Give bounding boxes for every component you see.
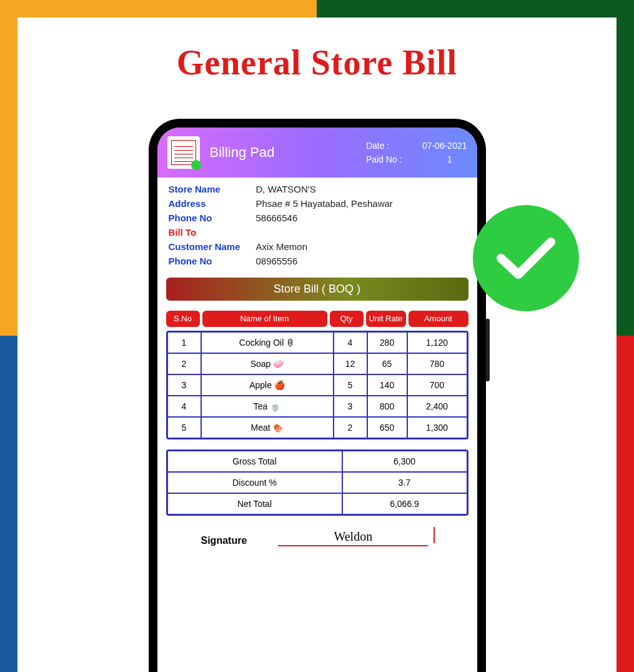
- col-rate: Unit Rate: [366, 311, 406, 327]
- cell-rate: 800: [367, 396, 407, 417]
- discount-value: 3.7: [342, 472, 467, 493]
- store-phone-label: Phone No: [169, 213, 256, 223]
- cell-rate: 65: [367, 353, 407, 374]
- signature-label: Signature: [201, 535, 247, 546]
- cell-amount: 2,400: [407, 396, 467, 417]
- cell-qty: 5: [334, 374, 367, 396]
- cell-amount: 700: [407, 374, 467, 396]
- app-logo-icon: [167, 136, 200, 169]
- app-title: Billing Pad: [210, 144, 366, 161]
- phone-screen: Billing Pad Date : 07-06-2021 Paid No : …: [157, 128, 477, 672]
- signature-input[interactable]: [278, 529, 428, 546]
- customer-name-label: Customer Name: [169, 241, 256, 252]
- text-cursor-icon: [433, 527, 435, 543]
- cell-name: Cocking Oil 🛢: [201, 332, 334, 353]
- cell-name: Meat 🍖: [201, 417, 334, 438]
- cell-amount: 1,300: [407, 417, 467, 438]
- store-info: Store Name D, WATSON'S Address Phsae # 5…: [157, 178, 477, 274]
- bill-to-label: Bill To: [169, 227, 466, 238]
- app-header: Billing Pad Date : 07-06-2021 Paid No : …: [157, 128, 477, 178]
- table-row[interactable]: 3Apple 🍎5140700: [167, 374, 467, 396]
- cell-sno: 2: [167, 353, 201, 374]
- store-name-value: D, WATSON'S: [256, 184, 466, 194]
- col-name: Name of Item: [202, 311, 327, 327]
- customer-phone-value: 08965556: [256, 256, 466, 266]
- store-address-value: Phsae # 5 Hayatabad, Peshawar: [256, 198, 466, 209]
- table-header-row: S.No Name of Item Qty Unit Rate Amount: [166, 311, 468, 327]
- customer-phone-label: Phone No: [169, 256, 256, 266]
- cell-sno: 3: [167, 374, 201, 396]
- store-name-label: Store Name: [169, 184, 256, 194]
- cell-qty: 12: [334, 353, 367, 374]
- items-table: S.No Name of Item Qty Unit Rate Amount 1…: [157, 304, 477, 443]
- phone-frame: Billing Pad Date : 07-06-2021 Paid No : …: [149, 119, 486, 672]
- cell-qty: 4: [334, 332, 367, 353]
- cell-qty: 2: [334, 417, 367, 438]
- cell-sno: 5: [167, 417, 201, 438]
- date-label: Date :: [366, 139, 410, 153]
- cell-qty: 3: [334, 396, 367, 417]
- signature-row: Signature: [157, 516, 477, 546]
- cell-name: Apple 🍎: [201, 374, 334, 396]
- gross-total-label: Gross Total: [167, 451, 342, 472]
- cell-amount: 1,120: [407, 332, 467, 353]
- col-qty: Qty: [330, 311, 364, 327]
- date-value: 07-06-2021: [422, 139, 467, 153]
- section-banner: Store Bill ( BOQ ): [166, 278, 468, 301]
- customer-name-value: Axix Memon: [256, 241, 466, 252]
- cell-rate: 650: [367, 417, 407, 438]
- discount-label: Discount %: [167, 472, 342, 493]
- header-meta: Date : 07-06-2021 Paid No : 1: [366, 139, 467, 167]
- table-body: 1Cocking Oil 🛢42801,1202Soap 🧼12657803Ap…: [166, 331, 468, 439]
- totals-table: Gross Total 6,300 Discount % 3.7 Net Tot…: [166, 449, 468, 516]
- table-row[interactable]: 4Tea 🍵38002,400: [167, 396, 467, 417]
- table-row[interactable]: 2Soap 🧼1265780: [167, 353, 467, 374]
- store-address-label: Address: [169, 198, 256, 209]
- cell-name: Soap 🧼: [201, 353, 334, 374]
- content-card: General Store Bill Billing Pad Date : 07…: [17, 18, 617, 672]
- store-phone-value: 58666546: [256, 213, 466, 223]
- page-title: General Store Bill: [17, 18, 617, 83]
- table-row[interactable]: 5Meat 🍖26501,300: [167, 417, 467, 438]
- cell-sno: 1: [167, 332, 201, 353]
- cell-rate: 280: [367, 332, 407, 353]
- net-total-label: Net Total: [167, 493, 342, 514]
- table-row[interactable]: 1Cocking Oil 🛢42801,120: [167, 332, 467, 353]
- net-total-value: 6,066.9: [342, 493, 467, 514]
- col-sno: S.No: [166, 311, 200, 327]
- cell-name: Tea 🍵: [201, 396, 334, 417]
- paid-no-label: Paid No :: [366, 153, 410, 166]
- gross-total-value: 6,300: [342, 451, 467, 472]
- col-amount: Amount: [409, 311, 468, 327]
- cell-rate: 140: [367, 374, 407, 396]
- cell-sno: 4: [167, 396, 201, 417]
- success-check-icon: [473, 205, 579, 311]
- cell-amount: 780: [407, 353, 467, 374]
- paid-no-value: 1: [447, 153, 452, 166]
